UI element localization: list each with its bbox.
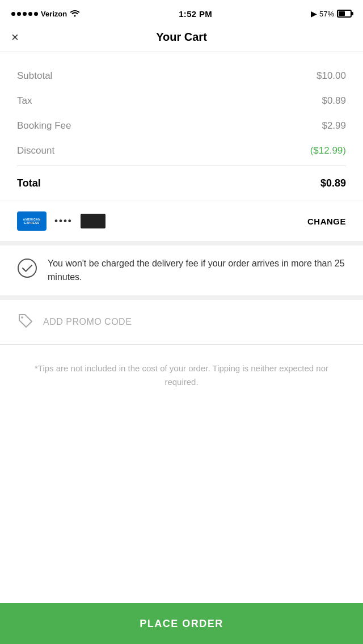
tax-value: $0.89	[322, 95, 346, 107]
battery-icon	[337, 10, 352, 18]
status-bar: Verizon 1:52 PM ▶ 57%	[0, 0, 363, 25]
location-icon: ▶	[311, 10, 316, 18]
promo-placeholder[interactable]: ADD PROMO CODE	[43, 317, 132, 327]
card-last4	[81, 214, 105, 228]
promo-tag-icon	[17, 312, 34, 332]
delivery-info-section: You won't be charged the delivery fee if…	[0, 245, 363, 300]
discount-row: Discount ($12.99)	[17, 138, 346, 163]
carrier-name: Verizon	[41, 10, 67, 18]
booking-fee-row: Booking Fee $2.99	[17, 113, 346, 138]
signal-dot-5	[34, 12, 38, 16]
tips-section: *Tips are not included in the cost of yo…	[0, 345, 363, 406]
tips-text: *Tips are not included in the cost of yo…	[35, 363, 328, 387]
promo-section[interactable]: ADD PROMO CODE	[0, 300, 363, 345]
booking-fee-label: Booking Fee	[17, 120, 71, 132]
signal-dot-2	[17, 12, 21, 16]
place-order-button[interactable]: PLACE ORDER	[0, 603, 363, 644]
payment-section: AMERICAN EXPRESS •••• CHANGE	[0, 201, 363, 245]
signal-dots	[11, 12, 38, 16]
delivery-info-text: You won't be charged the delivery fee if…	[48, 257, 346, 284]
total-label: Total	[17, 177, 41, 189]
page-title: Your Cart	[156, 31, 207, 44]
card-dots: ••••	[54, 215, 73, 227]
change-payment-button[interactable]: CHANGE	[307, 217, 346, 226]
tax-row: Tax $0.89	[17, 88, 346, 113]
total-value: $0.89	[320, 177, 346, 189]
discount-label: Discount	[17, 145, 54, 156]
status-right: ▶ 57%	[311, 10, 352, 18]
battery-fill	[339, 11, 345, 16]
amex-card-logo: AMERICAN EXPRESS	[17, 211, 47, 231]
status-time: 1:52 PM	[179, 9, 212, 19]
summary-divider	[17, 166, 346, 166]
tax-label: Tax	[17, 95, 32, 107]
place-order-label: PLACE ORDER	[140, 618, 223, 630]
signal-dot-3	[23, 12, 27, 16]
signal-dot-4	[28, 12, 32, 16]
subtotal-row: Subtotal $10.00	[17, 63, 346, 88]
booking-fee-value: $2.99	[322, 120, 346, 132]
subtotal-label: Subtotal	[17, 70, 52, 82]
subtotal-value: $10.00	[316, 70, 346, 82]
close-button[interactable]: ×	[11, 31, 19, 44]
total-row: Total $0.89	[17, 168, 346, 201]
amex-bottom-text: EXPRESS	[24, 221, 39, 224]
payment-left: AMERICAN EXPRESS ••••	[17, 211, 105, 231]
svg-point-0	[18, 259, 36, 277]
check-circle-icon	[17, 257, 37, 281]
wifi-icon	[70, 9, 80, 19]
header: × Your Cart	[0, 25, 363, 52]
signal-dot-1	[11, 12, 15, 16]
bottom-spacer	[0, 406, 363, 447]
discount-value: ($12.99)	[310, 145, 346, 156]
battery-percentage: 57%	[319, 10, 334, 18]
svg-point-1	[21, 316, 23, 319]
status-left: Verizon	[11, 9, 80, 19]
order-summary: Subtotal $10.00 Tax $0.89 Booking Fee $2…	[0, 52, 363, 201]
